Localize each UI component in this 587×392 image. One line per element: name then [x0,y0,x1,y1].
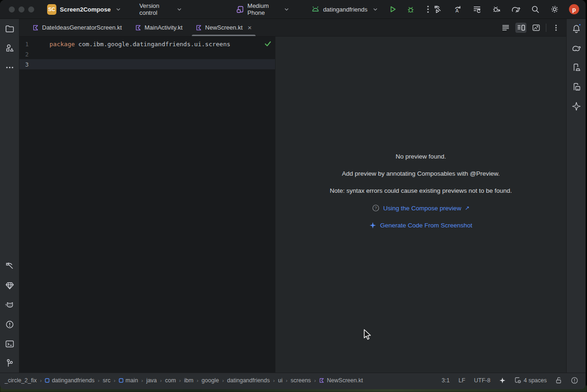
breadcrumb-item[interactable]: google [202,377,219,384]
inspection-ok-check-icon[interactable] [264,41,271,47]
device-selector[interactable]: Medium Phone [236,2,289,16]
run-configuration-selector[interactable]: datingandfriends [311,6,378,13]
gradle-tool-icon[interactable] [571,43,581,53]
close-window-button[interactable] [9,6,15,12]
kotlin-file-icon [319,378,324,383]
logcat-tool-icon[interactable] [5,300,15,310]
android-head-icon [311,6,320,12]
close-tab-icon[interactable]: × [248,24,252,31]
resource-manager-icon[interactable] [5,43,15,53]
tab-label: NewScreen.kt [205,24,243,31]
breadcrumb-item[interactable]: java [146,377,157,384]
external-link-icon: ↗ [465,205,470,211]
breadcrumb-item[interactable]: datingandfriends [45,377,94,384]
notifications-bell-icon[interactable] [571,24,581,34]
tab-newscreen[interactable]: NewScreen.kt × [189,19,258,36]
kotlin-file-icon [32,24,39,31]
more-run-options-icon[interactable] [423,4,433,14]
breadcrumb-item[interactable]: main [119,377,138,384]
settings-gear-icon[interactable] [550,4,560,14]
preview-message-note: Note: syntax errors could cause existing… [330,187,512,194]
project-selector[interactable]: Screen2Compose [56,6,121,13]
code-line[interactable]: 1 package com.ibm.google.datingandfriend… [19,39,275,49]
gem-tool-icon[interactable] [5,281,15,291]
breadcrumb-separator: › [179,378,181,383]
project-badge: SC [47,4,56,15]
module-icon [119,378,123,383]
caret-position-widget[interactable]: 3:1 [442,377,450,384]
attach-debugger-icon[interactable] [491,4,501,14]
breadcrumb-label: ibm [184,377,193,384]
breadcrumb-separator: › [222,378,224,383]
build-run-hammer-icon[interactable] [433,4,443,14]
run-button[interactable] [388,4,398,14]
code-line-current[interactable]: 3 [19,59,275,69]
gemini-tool-icon[interactable] [571,101,581,111]
link-label: Generate Code From Screenshot [380,222,472,229]
generate-code-from-screenshot-link[interactable]: Generate Code From Screenshot [369,222,472,229]
gradle-sync-icon[interactable] [511,4,521,14]
apply-changes-icon[interactable]: A [452,4,463,14]
breadcrumb-label: _circle_2_fix [5,377,37,384]
tab-dateideasgeneratorscreen[interactable]: DateIdeasGeneratorScreen.kt [26,19,128,36]
link-label: Using the Compose preview [383,205,461,212]
sync-list-icon[interactable] [472,4,482,14]
build-tool-icon[interactable] [5,261,15,271]
compose-preview-docs-link[interactable]: ? Using the Compose preview ↗ [372,204,470,212]
breadcrumb-item[interactable]: ui [278,377,282,384]
left-tool-rail [0,19,19,373]
version-control-label: Version control [139,2,171,16]
breadcrumb: _circle_2_fix › datingandfriends › src ›… [5,377,363,384]
breadcrumb-item[interactable]: screens [291,377,311,384]
breadcrumb-separator: › [160,378,162,383]
minimize-window-button[interactable] [18,6,24,12]
debug-button[interactable] [405,4,416,14]
chevron-down-icon [284,8,289,11]
running-devices-icon[interactable] [571,82,581,92]
window-controls [9,6,34,12]
device-manager-icon[interactable] [571,62,581,73]
preview-message-title: No preview found. [396,153,446,160]
design-view-icon[interactable] [531,23,542,33]
breadcrumb-item[interactable]: src [103,377,110,384]
split-view-icon[interactable] [515,23,526,33]
terminal-tool-icon[interactable] [5,339,15,349]
breadcrumb-item[interactable]: _circle_2_fix [5,377,37,384]
breadcrumb-item-file[interactable]: NewScreen.kt [319,377,363,384]
code-view-icon[interactable] [500,23,511,33]
problems-tool-icon[interactable] [5,319,15,330]
readonly-unlocked-icon[interactable] [556,377,562,384]
tab-label: DateIdeasGeneratorScreen.kt [42,24,122,31]
tab-mainactivity[interactable]: MainActivity.kt [128,19,189,36]
version-control-menu[interactable]: Version control [139,2,182,16]
right-tool-rail [566,19,586,373]
breadcrumb-label: ui [278,377,282,384]
inspection-status-icon[interactable] [571,377,578,384]
breadcrumb-label: java [146,377,157,384]
project-tool-icon[interactable] [5,24,15,34]
breadcrumb-item[interactable]: com [165,377,176,384]
device-selector-label: Medium Phone [247,2,279,16]
indent-widget[interactable]: 4 spaces [514,377,547,384]
module-icon [45,378,49,383]
android-studio-window: SC Screen2Compose Version control Medium… [0,0,586,389]
code-line[interactable]: 2 [19,49,275,59]
line-separator-widget[interactable]: LF [459,377,465,384]
search-everywhere-icon[interactable] [530,4,540,14]
gemini-status-sparkle-icon[interactable] [499,377,506,384]
maximize-window-button[interactable] [28,6,34,12]
main-area: DateIdeasGeneratorScreen.kt MainActivity… [0,19,586,373]
breadcrumb-label: screens [291,377,311,384]
breadcrumb-item[interactable]: ibm [184,377,193,384]
more-tool-windows-icon[interactable] [5,62,15,73]
breadcrumb-separator: › [40,378,42,383]
profile-avatar[interactable]: p [569,4,579,14]
encoding-widget[interactable]: UTF-8 [474,377,490,384]
breadcrumb-separator: › [286,378,287,383]
breadcrumb-label: NewScreen.kt [327,377,363,384]
version-control-tool-icon[interactable] [5,358,15,368]
code-editor[interactable]: 1 package com.ibm.google.datingandfriend… [19,37,275,373]
breadcrumb-item[interactable]: datingandfriends [227,377,269,384]
keyword-token: package [49,41,75,48]
editor-options-kebab-icon[interactable] [550,23,562,33]
